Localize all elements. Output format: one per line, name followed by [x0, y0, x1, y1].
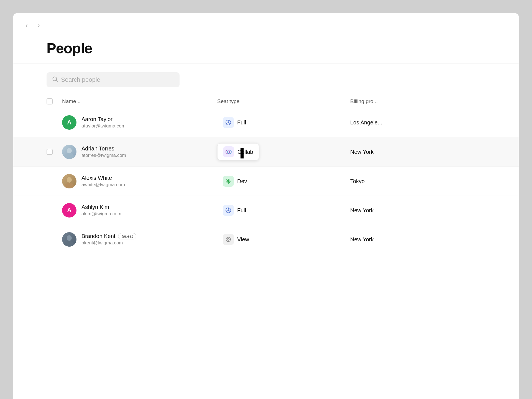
- header-billing-col: Billing gro...: [350, 98, 485, 104]
- svg-point-26: [228, 210, 229, 211]
- forward-button[interactable]: ›: [34, 21, 43, 30]
- seat-icon-dev: [223, 176, 234, 187]
- person-name: Ashlyn Kim: [81, 204, 121, 210]
- header-name-col: Name ↓: [62, 98, 217, 104]
- search-input-wrap[interactable]: [47, 72, 180, 87]
- header-check-col: [47, 98, 62, 104]
- svg-line-8: [229, 123, 230, 123]
- seat-type-label: Collab: [237, 149, 253, 155]
- billing-group-column-header: Billing gro...: [350, 98, 485, 104]
- back-icon: ‹: [25, 22, 27, 29]
- seat-pill-collab[interactable]: Collab: [217, 143, 259, 160]
- name-info: Brandon Kent Guest bkent@twigma.com: [81, 233, 136, 246]
- row-check-col: [47, 149, 62, 155]
- header-seat-col: Seat type: [217, 98, 350, 104]
- person-email: ataylor@twigma.com: [81, 123, 126, 129]
- seat-pill[interactable]: Dev: [217, 173, 253, 190]
- page-title-section: People: [13, 35, 519, 63]
- forward-icon: ›: [38, 22, 40, 29]
- guest-badge: Guest: [118, 233, 136, 239]
- seat-pill[interactable]: Full: [217, 114, 252, 131]
- table-row[interactable]: A Ashlyn Kim akim@twigma.com: [13, 196, 519, 225]
- seat-pill[interactable]: View: [217, 231, 255, 248]
- seat-icon: [223, 117, 234, 128]
- seat-type-label: View: [237, 236, 249, 243]
- svg-point-6: [228, 122, 229, 123]
- svg-point-21: [228, 181, 229, 182]
- person-name: Adrian Torres: [81, 145, 126, 152]
- row-name-col: A Ashlyn Kim akim@twigma.com: [62, 203, 217, 218]
- row-name-col: Brandon Kent Guest bkent@twigma.com: [62, 232, 217, 247]
- svg-line-9: [227, 123, 228, 123]
- seat-type-label: Dev: [237, 178, 247, 185]
- avatar: [62, 232, 76, 247]
- row-billing-col: New York: [350, 207, 485, 214]
- name-column-header[interactable]: Name ↓: [62, 98, 217, 104]
- row-name-col: Alexis White awhite@twigma.com: [62, 174, 217, 188]
- person-email: akim@twigma.com: [81, 211, 121, 217]
- search-icon: [52, 76, 58, 83]
- avatar: A: [62, 115, 76, 130]
- seat-type-column-header: Seat type: [217, 98, 350, 104]
- table-row[interactable]: Brandon Kent Guest bkent@twigma.com View…: [13, 225, 519, 254]
- seat-icon-full: [223, 205, 234, 216]
- person-email: awhite@twigma.com: [81, 182, 125, 188]
- seat-type-label: Full: [237, 119, 246, 126]
- nav-bar: ‹ ›: [13, 13, 519, 35]
- seat-icon-collab: [223, 146, 234, 157]
- svg-point-31: [65, 241, 74, 247]
- billing-group-value: New York: [350, 236, 374, 242]
- svg-line-1: [56, 80, 58, 82]
- billing-group-value: Los Angele...: [350, 119, 382, 126]
- name-info: Ashlyn Kim akim@twigma.com: [81, 204, 121, 217]
- svg-point-14: [67, 177, 72, 183]
- row-seat-col: Full: [217, 202, 350, 219]
- row-billing-col: New York: [350, 236, 485, 243]
- billing-group-value: New York: [350, 207, 374, 213]
- row-name-col: A Aaron Taylor ataylor@twigma.com: [62, 115, 217, 130]
- seat-type-label: Full: [237, 207, 246, 214]
- person-name: Brandon Kent Guest: [81, 233, 136, 239]
- back-button[interactable]: ‹: [22, 21, 31, 30]
- row-seat-col: Collab: [217, 143, 350, 160]
- svg-point-15: [65, 183, 74, 188]
- svg-point-33: [227, 239, 229, 241]
- row-seat-col: View: [217, 231, 350, 248]
- table-row[interactable]: A Aaron Taylor ataylor@twigma.com: [13, 108, 519, 137]
- row-name-col: Adrian Torres atorres@twigma.com: [62, 145, 217, 159]
- seat-icon-view: [223, 234, 234, 245]
- person-name: Aaron Taylor: [81, 116, 126, 122]
- page-title: People: [47, 40, 485, 57]
- svg-point-3: [228, 120, 229, 121]
- search-section: [13, 63, 519, 95]
- search-input[interactable]: [61, 76, 174, 83]
- person-name: Alexis White: [81, 175, 125, 181]
- svg-point-11: [65, 153, 74, 159]
- row-billing-col: New York: [350, 149, 485, 155]
- row-seat-col: Full: [217, 114, 350, 131]
- svg-point-23: [228, 208, 229, 209]
- table-row[interactable]: Alexis White awhite@twigma.com Dev: [13, 167, 519, 196]
- sort-icon: ↓: [78, 99, 80, 104]
- person-email: bkent@twigma.com: [81, 240, 136, 246]
- table-header: Name ↓ Seat type Billing gro...: [13, 95, 519, 108]
- avatar: A: [62, 203, 76, 218]
- svg-line-28: [229, 211, 230, 211]
- row-billing-col: Tokyo: [350, 178, 485, 185]
- table-row[interactable]: Adrian Torres atorres@twigma.com Collab …: [13, 137, 519, 167]
- seat-pill[interactable]: Full: [217, 202, 252, 219]
- select-all-checkbox[interactable]: [47, 98, 53, 104]
- svg-point-30: [67, 235, 72, 241]
- svg-point-10: [67, 148, 72, 154]
- avatar: [62, 145, 76, 159]
- main-window: ‹ › People Name ↓: [13, 13, 519, 399]
- row-checkbox[interactable]: [47, 149, 53, 155]
- svg-line-29: [227, 211, 228, 211]
- name-info: Alexis White awhite@twigma.com: [81, 175, 125, 188]
- row-seat-col: Dev: [217, 173, 350, 190]
- name-info: Aaron Taylor ataylor@twigma.com: [81, 116, 126, 129]
- billing-group-value: New York: [350, 149, 374, 155]
- avatar: [62, 174, 76, 188]
- person-email: atorres@twigma.com: [81, 153, 126, 158]
- name-info: Adrian Torres atorres@twigma.com: [81, 145, 126, 158]
